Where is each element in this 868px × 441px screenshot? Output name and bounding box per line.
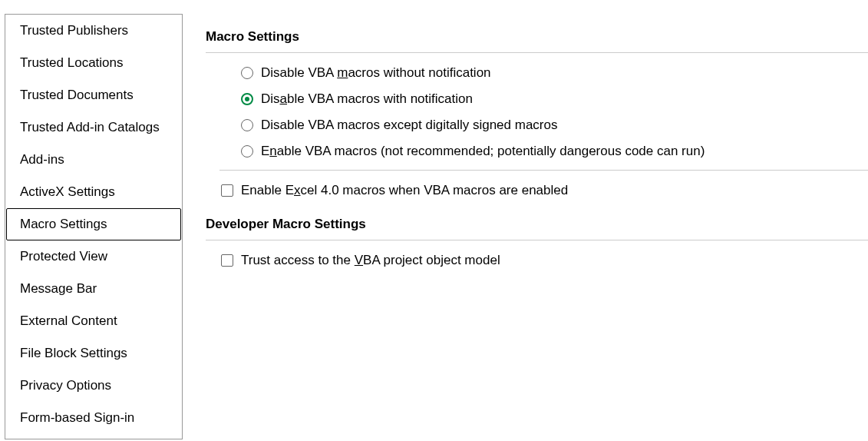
sidebar-item-macro-settings[interactable]: Macro Settings <box>6 208 181 240</box>
checkbox-icon <box>221 184 233 197</box>
excel4-checkbox-row[interactable]: Enable Excel 4.0 macros when VBA macros … <box>206 183 868 198</box>
macro-settings-title: Macro Settings <box>206 29 868 45</box>
divider <box>206 52 868 53</box>
divider <box>206 240 868 240</box>
sidebar-item-file-block-settings[interactable]: File Block Settings <box>5 337 182 370</box>
radio-icon <box>241 93 253 105</box>
macro-radio-option-2[interactable]: Disable VBA macros except digitally sign… <box>241 118 868 133</box>
excel4-label: Enable Excel 4.0 macros when VBA macros … <box>241 183 568 198</box>
vba-trust-checkbox-row[interactable]: Trust access to the VBA project object m… <box>206 253 868 268</box>
radio-label: Disable VBA macros with notification <box>261 91 473 107</box>
sidebar-item-form-based-sign-in[interactable]: Form-based Sign-in <box>5 402 182 434</box>
sidebar-item-external-content[interactable]: External Content <box>5 305 182 337</box>
macro-radio-option-1[interactable]: Disable VBA macros with notification <box>241 91 868 107</box>
sidebar-item-trusted-locations[interactable]: Trusted Locations <box>5 47 182 79</box>
sidebar-item-trusted-documents[interactable]: Trusted Documents <box>5 79 182 111</box>
macro-radio-option-0[interactable]: Disable VBA macros without notification <box>241 65 868 81</box>
checkbox-icon <box>221 254 233 267</box>
sidebar-item-privacy-options[interactable]: Privacy Options <box>5 370 182 402</box>
sidebar-item-message-bar[interactable]: Message Bar <box>5 273 182 305</box>
macro-radio-option-3[interactable]: Enable VBA macros (not recommended; pote… <box>241 144 868 159</box>
sidebar-item-add-ins[interactable]: Add-ins <box>5 144 182 176</box>
radio-icon <box>241 67 253 79</box>
radio-label: Enable VBA macros (not recommended; pote… <box>261 144 705 159</box>
divider <box>219 170 868 171</box>
sidebar-item-activex-settings[interactable]: ActiveX Settings <box>5 176 182 208</box>
developer-settings-title: Developer Macro Settings <box>206 217 868 232</box>
sidebar-item-trusted-add-in-catalogs[interactable]: Trusted Add-in Catalogs <box>5 111 182 144</box>
sidebar-item-trusted-publishers[interactable]: Trusted Publishers <box>5 15 182 47</box>
sidebar-item-protected-view[interactable]: Protected View <box>5 240 182 273</box>
radio-label: Disable VBA macros without notification <box>261 65 491 81</box>
trust-center-sidebar: Trusted PublishersTrusted LocationsTrust… <box>5 14 183 439</box>
radio-icon <box>241 119 253 131</box>
radio-label: Disable VBA macros except digitally sign… <box>261 118 557 133</box>
macro-radio-group: Disable VBA macros without notificationD… <box>206 65 868 159</box>
radio-icon <box>241 145 253 158</box>
main-content: Macro Settings Disable VBA macros withou… <box>183 0 868 441</box>
vba-trust-label: Trust access to the VBA project object m… <box>241 253 500 268</box>
